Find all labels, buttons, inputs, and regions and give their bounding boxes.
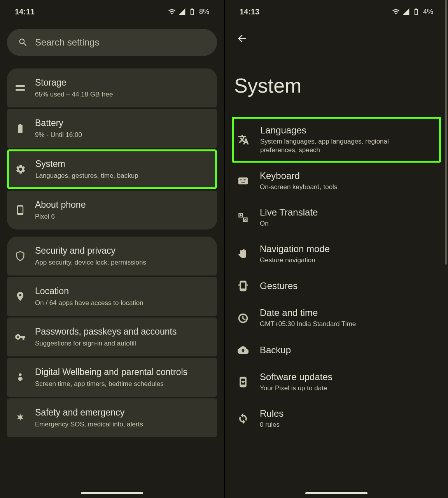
battery-percent: 8% bbox=[199, 8, 209, 16]
card-sub: Suggestions for sign-in and autofill bbox=[35, 339, 209, 348]
card-title: Security and privacy bbox=[35, 245, 209, 257]
card-title: Passwords, passkeys and accounts bbox=[35, 326, 209, 338]
system-item-gestures[interactable]: Gestures bbox=[232, 272, 441, 300]
row-title: Navigation mode bbox=[260, 244, 437, 254]
card-title: Safety and emergency bbox=[35, 407, 209, 419]
system-item-rules[interactable]: Rules 0 rules bbox=[232, 400, 441, 437]
search-settings[interactable]: Search settings bbox=[7, 29, 217, 56]
battery-icon bbox=[412, 8, 420, 16]
settings-group-1: Storage 65% used – 44.18 GB free Battery… bbox=[7, 68, 217, 230]
system-item-backup[interactable]: Backup bbox=[232, 337, 441, 364]
back-row bbox=[232, 23, 441, 47]
card-title: Digital Wellbeing and parental controls bbox=[35, 366, 209, 378]
asterisk-icon bbox=[15, 412, 26, 423]
battery-percent: 4% bbox=[423, 8, 433, 16]
system-item-navigation[interactable]: Navigation mode Gesture navigation bbox=[232, 236, 441, 272]
row-title: Keyboard bbox=[260, 170, 437, 181]
shield-icon bbox=[15, 251, 26, 261]
card-sub: Pixel 6 bbox=[35, 212, 209, 221]
gestures-icon bbox=[237, 280, 249, 292]
card-sub: 9% - Until 16:00 bbox=[35, 131, 209, 139]
system-item-languages[interactable]: Languages System languages, app language… bbox=[232, 117, 441, 163]
phone-settings-main: 14:11 8% Search settings Storage 65% use… bbox=[0, 0, 224, 498]
settings-group-2: Security and privacy App security, devic… bbox=[7, 237, 217, 437]
battery-icon bbox=[15, 123, 26, 134]
system-item-livetranslate[interactable]: Live Translate On bbox=[232, 199, 441, 236]
card-sub: 65% used – 44.18 GB free bbox=[35, 90, 209, 99]
phone-icon bbox=[15, 205, 26, 216]
settings-item-storage[interactable]: Storage 65% used – 44.18 GB free bbox=[7, 68, 217, 107]
nav-indicator[interactable] bbox=[81, 492, 143, 494]
row-title: Date and time bbox=[260, 307, 437, 318]
wifi-icon bbox=[392, 8, 400, 16]
livetranslate-icon bbox=[237, 212, 249, 223]
settings-item-location[interactable]: Location On / 64 apps have access to loc… bbox=[7, 277, 217, 316]
svg-point-0 bbox=[19, 373, 22, 376]
row-sub: 0 rules bbox=[260, 421, 408, 429]
clock-icon bbox=[237, 312, 249, 324]
card-title: Storage bbox=[35, 77, 209, 89]
status-icons: 8% bbox=[168, 8, 209, 16]
wifi-icon bbox=[168, 8, 176, 16]
search-placeholder: Search settings bbox=[35, 37, 99, 48]
cloud-upload-icon bbox=[237, 344, 249, 356]
settings-item-battery[interactable]: Battery 9% - Until 16:00 bbox=[7, 109, 217, 148]
card-sub: Screen time, app timers, bedtime schedul… bbox=[35, 380, 209, 388]
row-title: Software updates bbox=[260, 372, 437, 382]
key-icon bbox=[15, 331, 26, 342]
card-sub: Emergency SOS, medical info, alerts bbox=[35, 420, 209, 429]
page-title: System bbox=[234, 74, 441, 97]
card-title: About phone bbox=[35, 199, 209, 211]
row-sub: Your Pixel is up to date bbox=[260, 384, 408, 393]
settings-item-system[interactable]: System Languages, gestures, time, backup bbox=[7, 149, 217, 189]
row-sub: Gesture navigation bbox=[260, 256, 408, 265]
storage-icon bbox=[15, 82, 26, 93]
card-title: System bbox=[35, 158, 209, 170]
back-button[interactable] bbox=[236, 32, 248, 45]
system-item-datetime[interactable]: Date and time GMT+05:30 India Standard T… bbox=[232, 300, 441, 336]
card-title: Location bbox=[35, 286, 209, 297]
nav-indicator[interactable] bbox=[305, 492, 368, 494]
row-title: Gestures bbox=[260, 281, 437, 291]
settings-item-wellbeing[interactable]: Digital Wellbeing and parental controls … bbox=[7, 358, 217, 397]
settings-item-about[interactable]: About phone Pixel 6 bbox=[7, 191, 217, 230]
row-title: Backup bbox=[260, 345, 437, 356]
phone-system-detail: 14:13 4% System Languages System languag… bbox=[224, 0, 448, 498]
row-sub: System languages, app languages, regiona… bbox=[260, 137, 408, 154]
signal-icon bbox=[178, 8, 186, 16]
status-bar: 14:11 8% bbox=[7, 0, 217, 23]
card-sub: App security, device lock, permissions bbox=[35, 258, 209, 267]
wellbeing-icon bbox=[15, 372, 26, 383]
row-sub: On bbox=[260, 219, 408, 228]
system-item-keyboard[interactable]: Keyboard On-screen keyboard, tools bbox=[232, 163, 441, 199]
gear-icon bbox=[15, 164, 26, 175]
status-icons: 4% bbox=[392, 8, 433, 16]
system-item-updates[interactable]: Software updates Your Pixel is up to dat… bbox=[232, 364, 441, 400]
row-title: Live Translate bbox=[260, 207, 437, 218]
row-sub: On-screen keyboard, tools bbox=[260, 183, 408, 191]
card-title: Battery bbox=[35, 117, 209, 129]
battery-icon bbox=[188, 8, 196, 16]
row-title: Rules bbox=[260, 408, 437, 419]
row-sub: GMT+05:30 India Standard Time bbox=[260, 320, 408, 328]
card-sub: On / 64 apps have access to location bbox=[35, 299, 209, 307]
settings-item-safety[interactable]: Safety and emergency Emergency SOS, medi… bbox=[7, 398, 217, 437]
status-bar: 14:13 4% bbox=[232, 0, 441, 23]
keyboard-icon bbox=[237, 175, 249, 187]
hand-icon bbox=[237, 248, 249, 260]
status-time: 14:11 bbox=[15, 7, 35, 16]
status-time: 14:13 bbox=[240, 7, 259, 16]
scrollbar[interactable] bbox=[445, 0, 447, 265]
card-sub: Languages, gestures, time, backup bbox=[35, 172, 209, 180]
search-icon bbox=[18, 37, 28, 47]
translate-icon bbox=[238, 134, 249, 146]
settings-item-security[interactable]: Security and privacy App security, devic… bbox=[7, 237, 217, 275]
download-icon bbox=[237, 376, 249, 388]
location-icon bbox=[15, 291, 26, 302]
settings-item-passwords[interactable]: Passwords, passkeys and accounts Suggest… bbox=[7, 317, 217, 356]
arrow-left-icon bbox=[236, 33, 248, 44]
signal-icon bbox=[402, 8, 410, 16]
rules-icon bbox=[237, 413, 249, 424]
row-title: Languages bbox=[260, 125, 437, 136]
